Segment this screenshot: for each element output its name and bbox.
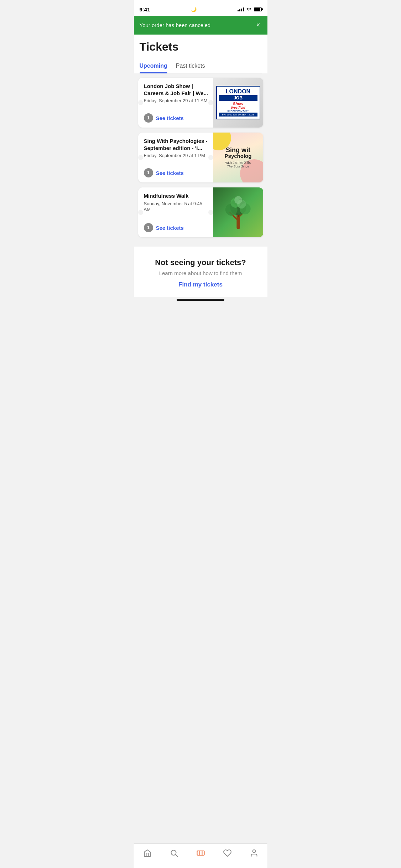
signal-bars-icon bbox=[238, 7, 244, 11]
wifi-icon bbox=[246, 7, 252, 12]
tab-upcoming[interactable]: Upcoming bbox=[140, 59, 167, 73]
event-title-1: London Job Show | Careers & Job Fair | W… bbox=[144, 83, 209, 97]
banner-close-button[interactable]: × bbox=[255, 21, 262, 30]
see-tickets-row-2: 1 See tickets bbox=[144, 168, 209, 177]
event-image-2: Sing wit Psycholog with James Sills The … bbox=[213, 133, 263, 182]
card-notch-right-3 bbox=[208, 210, 213, 215]
ticket-count-badge-1: 1 bbox=[144, 113, 153, 123]
battery-icon bbox=[254, 7, 262, 11]
svg-point-10 bbox=[234, 196, 242, 204]
home-indicator-bar bbox=[177, 299, 224, 301]
not-seeing-subtitle: Learn more about how to find them bbox=[141, 270, 260, 276]
ticket-count-badge-2: 1 bbox=[144, 168, 153, 177]
card-notch-left-2 bbox=[138, 155, 143, 160]
moon-icon: 🌙 bbox=[191, 7, 197, 12]
event-title-3: Mindfulness Walk bbox=[144, 192, 209, 200]
event-date-2: Friday, September 29 at 1 PM bbox=[144, 153, 209, 159]
tab-past-tickets[interactable]: Past tickets bbox=[176, 59, 205, 73]
tickets-tabs: Upcoming Past tickets bbox=[140, 59, 262, 73]
cards-area: London Job Show | Careers & Job Fair | W… bbox=[134, 73, 267, 247]
event-card-london-job-show: London Job Show | Careers & Job Fair | W… bbox=[138, 78, 263, 128]
card-info-3: Mindfulness Walk Sunday, November 5 at 9… bbox=[138, 187, 213, 237]
event-date-3: Sunday, November 5 at 9:45 AM bbox=[144, 201, 209, 213]
event-card-sing-with-psychologies: Sing With Psychologies - September editi… bbox=[138, 133, 263, 182]
card-notch-right-2 bbox=[208, 155, 213, 160]
event-image-1: LONDON JOB Show Westfield STRATFORD CITY… bbox=[213, 78, 263, 128]
card-notch-left-1 bbox=[138, 100, 143, 105]
card-info-2: Sing With Psychologies - September editi… bbox=[138, 133, 213, 182]
home-indicator-area bbox=[134, 297, 267, 301]
event-card-mindfulness-walk: Mindfulness Walk Sunday, November 5 at 9… bbox=[138, 187, 263, 237]
see-tickets-link-1[interactable]: See tickets bbox=[156, 115, 184, 121]
see-tickets-row-1: 1 See tickets bbox=[144, 113, 209, 123]
status-bar: 9:41 🌙 bbox=[134, 0, 267, 16]
event-date-1: Friday, September 29 at 11 AM bbox=[144, 98, 209, 104]
status-time: 9:41 bbox=[140, 6, 150, 12]
card-notch-left-3 bbox=[138, 210, 143, 215]
see-tickets-link-3[interactable]: See tickets bbox=[156, 225, 184, 231]
main-content: Tickets Upcoming Past tickets bbox=[134, 35, 267, 73]
card-notch-right-1 bbox=[208, 100, 213, 105]
see-tickets-row-3: 1 See tickets bbox=[144, 223, 209, 232]
not-seeing-section: Not seeing your tickets? Learn more abou… bbox=[134, 247, 267, 297]
status-icons bbox=[238, 7, 262, 12]
not-seeing-title: Not seeing your tickets? bbox=[141, 258, 260, 267]
event-image-3 bbox=[213, 187, 263, 237]
banner-message: Your order has been canceled bbox=[140, 22, 255, 28]
page-title: Tickets bbox=[140, 40, 262, 53]
event-title-2: Sing With Psychologies - September editi… bbox=[144, 138, 209, 151]
see-tickets-link-2[interactable]: See tickets bbox=[156, 170, 184, 176]
order-cancelled-banner: Your order has been canceled × bbox=[134, 16, 267, 35]
card-info-1: London Job Show | Careers & Job Fair | W… bbox=[138, 78, 213, 128]
find-tickets-link[interactable]: Find my tickets bbox=[178, 281, 223, 288]
ticket-count-badge-3: 1 bbox=[144, 223, 153, 232]
